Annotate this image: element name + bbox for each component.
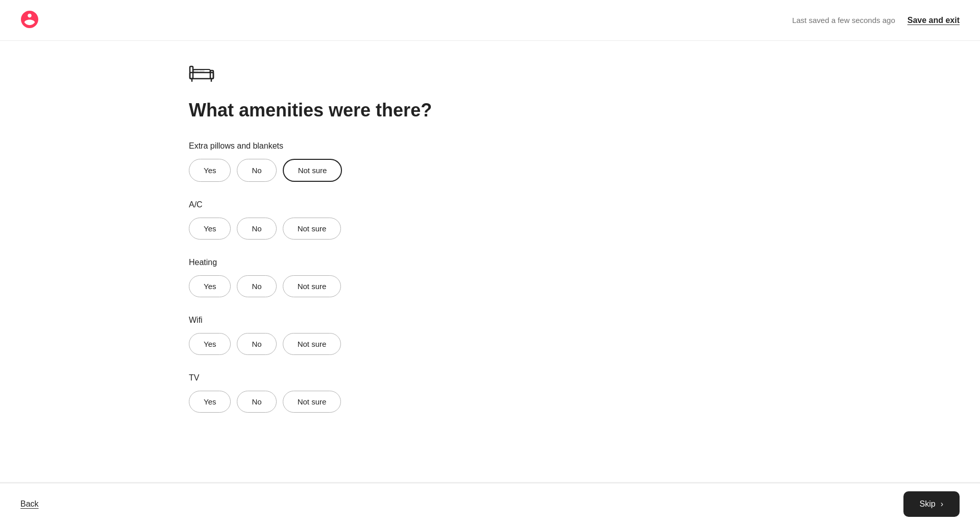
logo-container[interactable]	[20, 10, 39, 31]
amenity-heating-yes-button[interactable]: Yes	[189, 275, 231, 297]
airbnb-logo[interactable]	[20, 10, 39, 29]
amenity-label-tv: TV	[189, 373, 439, 383]
amenity-wifi-yes-button[interactable]: Yes	[189, 333, 231, 355]
amenity-heating-not-sure-button[interactable]: Not sure	[283, 275, 341, 297]
amenity-label-heating: Heating	[189, 258, 439, 267]
save-exit-button[interactable]: Save and exit	[908, 12, 960, 29]
amenity-label-extra-pillows: Extra pillows and blankets	[189, 141, 439, 151]
skip-button[interactable]: Skip ›	[903, 491, 960, 517]
amenity-row-tv: TVYesNoNot sure	[189, 373, 439, 413]
amenity-tv-yes-button[interactable]: Yes	[189, 391, 231, 413]
chevron-right-icon: ›	[941, 499, 943, 509]
amenity-extra-pillows-not-sure-button[interactable]: Not sure	[283, 159, 342, 182]
amenity-buttons-extra-pillows: YesNoNot sure	[189, 159, 439, 182]
content-divider	[0, 482, 980, 483]
amenity-buttons-ac: YesNoNot sure	[189, 218, 439, 240]
amenity-row-wifi: WifiYesNoNot sure	[189, 316, 439, 355]
amenity-buttons-heating: YesNoNot sure	[189, 275, 439, 297]
svg-rect-2	[210, 70, 213, 79]
svg-rect-5	[200, 70, 204, 72]
amenity-row-ac: A/CYesNoNot sure	[189, 200, 439, 240]
amenity-extra-pillows-yes-button[interactable]: Yes	[189, 159, 231, 182]
header: Last saved a few seconds ago Save and ex…	[0, 0, 980, 41]
amenity-ac-not-sure-button[interactable]: Not sure	[283, 218, 341, 240]
amenity-row-heating: HeatingYesNoNot sure	[189, 258, 439, 297]
amenity-tv-not-sure-button[interactable]: Not sure	[283, 391, 341, 413]
svg-rect-4	[194, 70, 199, 72]
amenity-buttons-wifi: YesNoNot sure	[189, 333, 439, 355]
amenities-container: Extra pillows and blanketsYesNoNot sureA…	[189, 141, 439, 413]
amenity-wifi-not-sure-button[interactable]: Not sure	[283, 333, 341, 355]
back-button[interactable]: Back	[20, 495, 39, 513]
footer: Back Skip ›	[0, 483, 980, 524]
bed-icon	[189, 61, 439, 87]
header-right: Last saved a few seconds ago Save and ex…	[792, 12, 960, 29]
amenity-ac-no-button[interactable]: No	[237, 218, 276, 240]
skip-label: Skip	[920, 499, 936, 509]
amenity-wifi-no-button[interactable]: No	[237, 333, 276, 355]
amenity-row-extra-pillows: Extra pillows and blanketsYesNoNot sure	[189, 141, 439, 182]
amenity-label-wifi: Wifi	[189, 316, 439, 325]
amenity-label-ac: A/C	[189, 200, 439, 209]
amenity-buttons-tv: YesNoNot sure	[189, 391, 439, 413]
amenity-ac-yes-button[interactable]: Yes	[189, 218, 231, 240]
main-content: What amenities were there? Extra pillows…	[0, 0, 459, 492]
amenity-extra-pillows-no-button[interactable]: No	[237, 159, 276, 182]
amenity-heating-no-button[interactable]: No	[237, 275, 276, 297]
last-saved-text: Last saved a few seconds ago	[792, 16, 895, 25]
page-title: What amenities were there?	[189, 99, 439, 121]
amenity-tv-no-button[interactable]: No	[237, 391, 276, 413]
